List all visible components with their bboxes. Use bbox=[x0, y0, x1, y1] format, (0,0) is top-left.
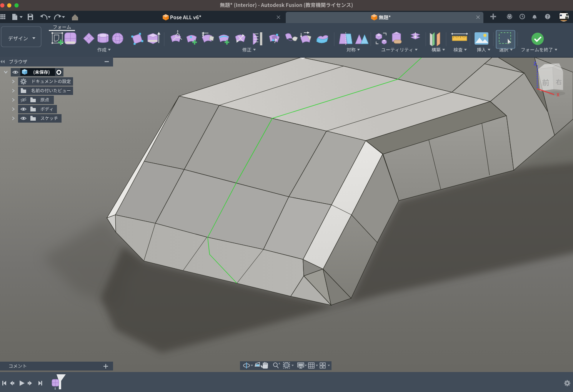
svg-text:±: ± bbox=[278, 362, 280, 365]
